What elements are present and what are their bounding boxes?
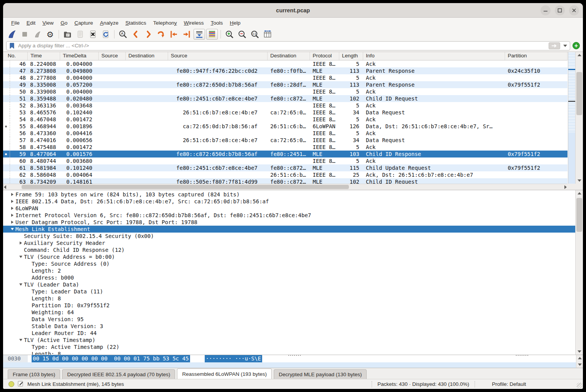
detail-line-17[interactable]: Weighting: 64 [3, 309, 575, 316]
detail-line-2[interactable]: 6LoWPAN [3, 205, 575, 212]
scroll-up-icon[interactable] [576, 52, 583, 58]
detail-line-21[interactable]: TLV (Active Timestamp) [3, 337, 575, 343]
detail-line-10[interactable]: Type: Source Address (0) [3, 260, 575, 267]
detail-line-14[interactable]: Type: Leader Data (11) [3, 288, 575, 295]
splitter-grip[interactable] [288, 355, 301, 356]
scroll-up-icon[interactable] [576, 190, 583, 196]
packet-row-56[interactable]: 568.4733600.004416IEEE 8…5Ack [3, 130, 567, 137]
minimize-button[interactable] [541, 5, 551, 15]
column-header-length-8[interactable]: Length [339, 52, 363, 60]
reload-file-icon[interactable] [100, 29, 111, 40]
expander-expanded-icon[interactable] [18, 283, 24, 286]
column-header-protocol-7[interactable]: Protocol [310, 52, 339, 60]
packet-row-59[interactable]: 598.4770640.001576fe80::c872:650d:b7b8:5… [3, 151, 567, 157]
detail-line-15[interactable]: Length: 8 [3, 295, 575, 302]
detail-line-20[interactable]: Leader Router ID: 44 [3, 330, 575, 337]
packet-row-57[interactable]: 578.4740160.00065626:51:c6:b7:e8:ce:4b:e… [3, 137, 567, 144]
byte-view-tab-1[interactable]: Decrypted IEEE 802.15.4 payload (70 byte… [62, 369, 175, 379]
column-header-source-3[interactable]: Source [99, 52, 126, 60]
packet-row-61[interactable]: 618.5819840.101240fe80::2451:c6b7:e8ce:4… [3, 164, 567, 171]
packet-row-48[interactable]: 488.2778080.004000IEEE 8…5Ack [3, 74, 567, 81]
go-forward-icon[interactable] [143, 29, 154, 40]
filter-bookmark-icon[interactable] [9, 42, 15, 51]
expander-expanded-icon[interactable] [18, 256, 24, 258]
packet-row-62[interactable]: 628.5860480.00406426:51:c6:b…IEEE 8…25Ac… [3, 171, 567, 178]
go-back-icon[interactable] [130, 29, 141, 40]
detail-line-13[interactable]: TLV (Leader Data) [3, 281, 575, 288]
packet-row-51[interactable]: 518.3594880.020480fe80::2451:c6b7:e8ce:4… [3, 95, 567, 102]
column-header-destination-4[interactable]: Destination [126, 52, 168, 60]
column-header-destination-6[interactable]: Destination [268, 52, 310, 60]
packet-list-vscrollbar[interactable] [575, 52, 583, 184]
detail-line-9[interactable]: TLV (Source Address = b0:00) [3, 253, 575, 260]
auto-scroll-icon[interactable] [194, 29, 205, 40]
scroll-thumb[interactable] [576, 198, 582, 232]
column-header-time-1[interactable]: Time [28, 52, 60, 60]
detail-line-3[interactable]: Internet Protocol Version 6, Src: fe80::… [3, 212, 575, 219]
resize-grip[interactable] [577, 383, 582, 388]
hex-ascii-highlighted[interactable]: ········ ···u·S\E [205, 355, 262, 362]
capture-options-icon[interactable]: ⚙ [44, 29, 56, 40]
packet-row-46[interactable]: 468.2240080.004000IEEE 8…5Ack [3, 60, 567, 67]
zoom-in-icon[interactable] [224, 29, 235, 40]
expander-collapsed-icon[interactable] [9, 207, 15, 210]
zoom-original-icon[interactable]: 1:1 [249, 29, 261, 40]
detail-line-8[interactable]: Command: Child ID Response (12) [3, 246, 575, 253]
byte-view-tab-3[interactable]: Decrypted MLE payload (130 bytes) [274, 369, 367, 379]
detail-line-7[interactable]: Auxiliary Security Header [3, 240, 575, 246]
menu-statistics[interactable]: Statistics [122, 19, 150, 27]
menu-wireless[interactable]: Wireless [180, 19, 207, 27]
status-profile[interactable]: Profile: Default [480, 381, 577, 387]
detail-line-1[interactable]: IEEE 802.15.4 Data, Dst: 26:51:c6:b7:e8:… [3, 198, 575, 205]
expander-expanded-icon[interactable] [9, 228, 15, 230]
expert-info-icon[interactable] [8, 381, 14, 387]
detail-line-22[interactable]: Type: Active Timestamp (22) [3, 343, 575, 350]
packet-row-47[interactable]: 478.2738080.049800fe80::947f:f476:22bc:c… [3, 67, 567, 74]
packet-row-60[interactable]: 608.4807440.003680IEEE 8…5Ack [3, 157, 567, 164]
resize-columns-icon[interactable] [262, 29, 273, 40]
close-file-icon[interactable] [87, 29, 99, 40]
expander-collapsed-icon[interactable] [9, 221, 15, 224]
column-header-info-9[interactable]: Info [363, 52, 505, 60]
scroll-thumb[interactable] [576, 72, 582, 115]
apply-filter-button[interactable] [549, 42, 560, 49]
detail-line-19[interactable]: Stable Data Version: 3 [3, 323, 575, 330]
menu-go[interactable]: Go [57, 19, 71, 27]
column-header-no-0[interactable]: No. [3, 52, 28, 60]
colorize-packets-icon[interactable] [206, 29, 218, 40]
packet-list-hscrollbar[interactable] [3, 184, 567, 190]
byte-view-tab-2[interactable]: Reassembled 6LoWPAN (193 bytes) [177, 369, 272, 379]
detail-line-4[interactable]: User Datagram Protocol, Src Port: 19788,… [3, 219, 575, 226]
scroll-down-icon[interactable] [576, 348, 583, 355]
add-filter-button-icon[interactable]: + [573, 42, 580, 49]
column-header-timedelta-2[interactable]: TimeDelta [60, 52, 99, 60]
menu-tools[interactable]: Tools [207, 19, 227, 27]
scroll-up-icon[interactable] [576, 355, 583, 361]
menu-telephony[interactable]: Telephony [150, 19, 180, 27]
start-capture-icon[interactable] [6, 29, 18, 40]
detail-line-12[interactable]: Address: b000 [3, 274, 575, 281]
detail-line-0[interactable]: Frame 59: 103 bytes on wire (824 bits), … [3, 191, 575, 198]
detail-line-18[interactable]: Data Version: 95 [3, 316, 575, 323]
capture-comment-icon[interactable] [17, 380, 24, 388]
detail-line-5[interactable]: Mesh Link Establishment [3, 226, 575, 233]
packet-row-63[interactable]: 638.7342090.148161fe80::505e:f807:7f81:4… [3, 178, 567, 184]
packet-row-54[interactable]: 548.4670480.001472IEEE 8…5Ack [3, 116, 567, 123]
column-header-partition-10[interactable]: Partition [505, 52, 567, 60]
scroll-thumb[interactable] [22, 185, 349, 189]
detail-line-6[interactable]: Security Suite: 802.15.4 Security (0x00) [3, 233, 575, 240]
menu-help[interactable]: Help [226, 19, 244, 27]
detail-line-11[interactable]: Length: 2 [3, 267, 575, 274]
packet-row-55[interactable]: 558.4689440.001896ca:72:65:0d:b7:b8:56:a… [3, 123, 567, 130]
expander-collapsed-icon[interactable] [9, 193, 15, 196]
menu-view[interactable]: View [39, 19, 57, 27]
details-vscrollbar[interactable] [575, 190, 583, 355]
close-button[interactable] [569, 5, 579, 15]
find-packet-icon[interactable]: A [117, 29, 129, 40]
column-header-source-5[interactable]: Source [168, 52, 268, 60]
splitter-grip[interactable] [516, 355, 529, 356]
first-packet-icon[interactable] [168, 29, 180, 40]
display-filter-input[interactable] [6, 41, 570, 50]
menu-capture[interactable]: Capture [71, 19, 96, 27]
last-packet-icon[interactable] [181, 29, 192, 40]
